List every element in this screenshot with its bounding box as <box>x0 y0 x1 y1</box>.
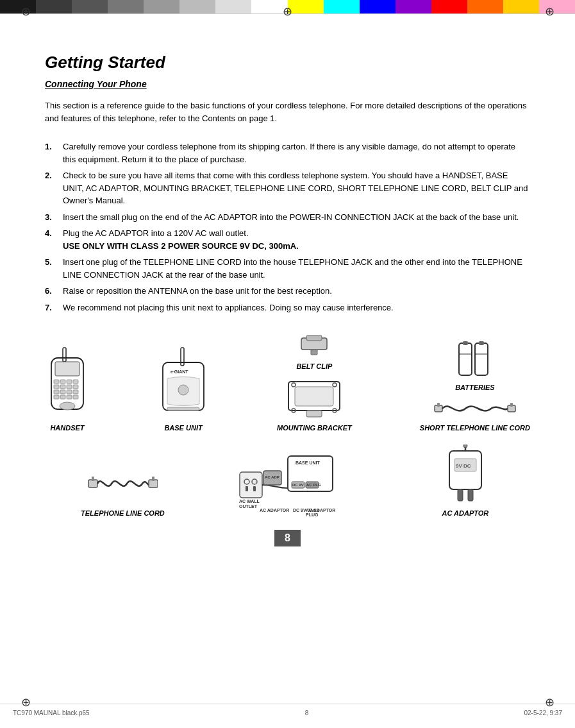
tel-cord-svg <box>87 464 158 505</box>
svg-rect-14 <box>73 390 78 394</box>
svg-rect-12 <box>60 390 65 394</box>
diagrams-row-2: TELEPHONE LINE CORD BASE UNIT DC 9V AC P… <box>45 444 530 517</box>
svg-rect-70 <box>468 489 473 501</box>
svg-rect-11 <box>54 390 59 394</box>
step-text: Carefully remove your cordless telephone… <box>63 140 530 165</box>
color-swatch <box>324 0 360 13</box>
color-swatch <box>396 0 431 13</box>
list-item: 2.Check to be sure you have all items th… <box>45 169 530 207</box>
svg-rect-15 <box>54 395 59 399</box>
svg-point-30 <box>292 383 296 387</box>
color-swatch <box>467 0 503 13</box>
svg-point-19 <box>60 402 75 410</box>
short-cord-diagram: SHORT TELEPHONE LINE CORD <box>420 398 530 432</box>
list-item: 4.Plug the AC ADAPTOR into a 120V AC wal… <box>45 227 530 252</box>
tel-cord-label: TELEPHONE LINE CORD <box>81 509 165 517</box>
footer-right: 02-5-22, 9:37 <box>524 709 563 716</box>
svg-rect-0 <box>63 348 66 362</box>
list-item: 6.Raise or reposition the ANTENNA on the… <box>45 285 530 298</box>
color-swatch <box>503 0 539 13</box>
svg-text:AC PLG: AC PLG <box>306 483 321 487</box>
svg-text:OUTLET: OUTLET <box>239 504 258 509</box>
footer: TC970 MAUNAL black.p65 8 02-5-22, 9:37 <box>0 704 575 716</box>
tel-cord-diagram: TELEPHONE LINE CORD <box>81 464 165 517</box>
svg-rect-38 <box>479 341 484 345</box>
svg-rect-9 <box>67 385 72 389</box>
list-item: 3.Insert the small plug on the end of th… <box>45 211 530 224</box>
step-text: Insert one plug of the TELEPHONE LINE CO… <box>63 256 530 281</box>
svg-rect-34 <box>306 411 322 417</box>
step-number: 3. <box>45 211 63 224</box>
base-unit-label: BASE UNIT <box>164 424 202 432</box>
page-number-box: 8 <box>45 530 530 546</box>
color-swatch <box>72 0 108 13</box>
svg-rect-5 <box>67 380 72 384</box>
list-item: 7.We recommend not placing this unit nex… <box>45 301 530 314</box>
svg-rect-35 <box>459 343 472 375</box>
svg-point-31 <box>333 383 337 387</box>
svg-rect-58 <box>246 486 248 491</box>
svg-text:9V DC: 9V DC <box>456 463 471 469</box>
svg-rect-18 <box>73 395 78 399</box>
svg-text:AC ADAPTOR: AC ADAPTOR <box>260 508 289 512</box>
step-text: Insert the small plug on the end of the … <box>63 211 530 224</box>
mounting-bracket-svg <box>282 375 346 420</box>
mounting-bracket-diagram: MOUNTING BRACKET <box>277 375 352 432</box>
step-number: 7. <box>45 301 63 314</box>
svg-text:e·GIANT: e·GIANT <box>171 369 188 374</box>
svg-rect-29 <box>295 387 333 406</box>
svg-rect-16 <box>60 395 65 399</box>
batteries-diagram: BATTERIES <box>455 338 495 391</box>
instructions-list: 1.Carefully remove your cordless telepho… <box>45 140 530 314</box>
svg-rect-44 <box>510 403 513 407</box>
svg-text:AC ADP: AC ADP <box>265 475 279 479</box>
footer-mid: 8 <box>305 709 309 716</box>
page-title: Getting Started <box>45 53 530 72</box>
page-content: Getting Started Connecting Your Phone Th… <box>0 14 575 572</box>
svg-text:AC ADAPTOR: AC ADAPTOR <box>306 508 335 512</box>
diagrams-row-1: HANDSET e·GIANT BASE UNIT <box>45 333 530 432</box>
batteries-label: BATTERIES <box>455 384 495 391</box>
color-swatch <box>360 0 396 13</box>
intro-paragraph: This section is a reference guide to the… <box>45 99 530 125</box>
handset-diagram: HANDSET <box>45 346 90 432</box>
base-unit-svg: e·GIANT <box>158 346 209 420</box>
svg-rect-37 <box>475 343 488 375</box>
section-subtitle: Connecting Your Phone <box>45 79 530 89</box>
svg-text:AC WALL: AC WALL <box>239 499 260 504</box>
svg-rect-8 <box>60 385 65 389</box>
svg-text:DC 9V: DC 9V <box>292 483 304 487</box>
belt-clip-label: BELT CLIP <box>296 362 332 370</box>
color-swatch <box>108 0 144 13</box>
ac-adaptor-svg: 9V DC <box>437 444 494 505</box>
short-cord-svg <box>433 398 517 420</box>
step-number: 2. <box>45 169 63 207</box>
belt-clip-svg <box>288 333 340 359</box>
batteries-svg <box>456 338 494 380</box>
color-swatch <box>144 0 179 13</box>
svg-rect-7 <box>54 385 59 389</box>
color-swatch <box>215 0 251 13</box>
step-text: We recommend not placing this unit next … <box>63 301 530 314</box>
svg-rect-24 <box>167 407 199 411</box>
svg-rect-36 <box>463 341 468 345</box>
svg-rect-4 <box>60 380 65 384</box>
svg-point-23 <box>178 385 188 395</box>
svg-rect-46 <box>92 477 94 481</box>
svg-rect-26 <box>306 335 322 341</box>
step-text: Raise or reposition the ANTENNA on the b… <box>63 285 530 298</box>
svg-rect-48 <box>152 477 154 481</box>
step-number: 4. <box>45 227 63 252</box>
svg-rect-42 <box>437 403 440 407</box>
footer-left: TC970 MAUNAL black.p65 <box>13 709 90 716</box>
short-cord-label: SHORT TELEPHONE LINE CORD <box>420 424 530 432</box>
list-item: 5.Insert one plug of the TELEPHONE LINE … <box>45 256 530 281</box>
svg-rect-13 <box>67 390 72 394</box>
step-bold-text: USE ONLY WITH CLASS 2 POWER SOURCE 9V DC… <box>63 241 299 251</box>
ac-connection-diagram: BASE UNIT DC 9V AC PLG AC WALL OUTLET <box>237 453 365 517</box>
right-diagrams-col: BATTERIES SHORT TELEPHONE LINE CORD <box>420 338 530 432</box>
handset-label: HANDSET <box>50 424 84 432</box>
ac-adaptor-diagram: 9V DC AC ADAPTOR <box>437 444 494 517</box>
step-text: Check to be sure you have all items that… <box>63 169 530 207</box>
handset-svg <box>45 346 90 420</box>
